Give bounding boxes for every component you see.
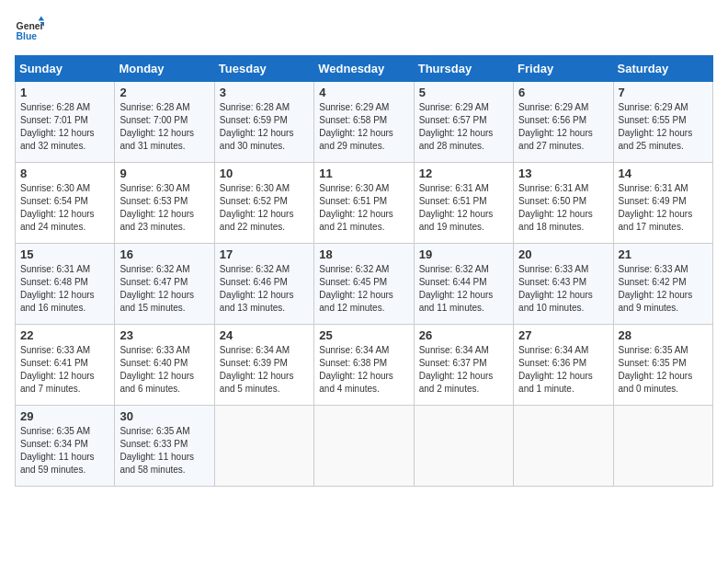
- day-number: 6: [518, 86, 608, 99]
- calendar-cell: 15Sunrise: 6:31 AM Sunset: 6:48 PM Dayli…: [16, 244, 115, 325]
- cell-info: Sunrise: 6:32 AM Sunset: 6:44 PM Dayligh…: [419, 263, 508, 315]
- calendar-cell: 20Sunrise: 6:33 AM Sunset: 6:43 PM Dayli…: [514, 244, 613, 325]
- day-number: 2: [119, 86, 209, 99]
- logo: General Blue: [15, 15, 44, 44]
- day-number: 22: [20, 328, 109, 342]
- day-number: 1: [20, 86, 109, 99]
- calendar-cell: 4Sunrise: 6:29 AM Sunset: 6:58 PM Daylig…: [314, 82, 414, 163]
- calendar-cell: 7Sunrise: 6:29 AM Sunset: 6:55 PM Daylig…: [613, 82, 712, 163]
- svg-marker-2: [39, 17, 44, 21]
- weekday-header: Sunday: [16, 56, 115, 82]
- calendar-cell: 21Sunrise: 6:33 AM Sunset: 6:42 PM Dayli…: [613, 244, 712, 325]
- cell-info: Sunrise: 6:30 AM Sunset: 6:51 PM Dayligh…: [319, 182, 408, 234]
- day-number: 20: [518, 247, 608, 261]
- cell-info: Sunrise: 6:30 AM Sunset: 6:54 PM Dayligh…: [20, 182, 109, 234]
- calendar-cell: [514, 406, 613, 487]
- day-number: 19: [419, 247, 508, 261]
- day-number: 18: [319, 247, 408, 261]
- day-number: 13: [518, 167, 608, 180]
- day-number: 17: [220, 247, 309, 261]
- day-number: 29: [20, 409, 109, 423]
- calendar-cell: 29Sunrise: 6:35 AM Sunset: 6:34 PM Dayli…: [16, 406, 115, 487]
- cell-info: Sunrise: 6:29 AM Sunset: 6:55 PM Dayligh…: [619, 101, 708, 153]
- svg-text:General: General: [17, 21, 44, 31]
- cell-info: Sunrise: 6:33 AM Sunset: 6:40 PM Dayligh…: [119, 344, 209, 396]
- cell-info: Sunrise: 6:35 AM Sunset: 6:35 PM Dayligh…: [619, 344, 708, 396]
- calendar-cell: 22Sunrise: 6:33 AM Sunset: 6:41 PM Dayli…: [16, 325, 115, 406]
- cell-info: Sunrise: 6:31 AM Sunset: 6:49 PM Dayligh…: [619, 182, 708, 234]
- calendar-cell: 6Sunrise: 6:29 AM Sunset: 6:56 PM Daylig…: [514, 82, 613, 163]
- cell-info: Sunrise: 6:31 AM Sunset: 6:51 PM Dayligh…: [419, 182, 508, 234]
- calendar-cell: 26Sunrise: 6:34 AM Sunset: 6:37 PM Dayli…: [414, 325, 513, 406]
- day-number: 30: [119, 409, 209, 423]
- weekday-header: Wednesday: [314, 56, 414, 82]
- weekday-header: Thursday: [414, 56, 513, 82]
- cell-info: Sunrise: 6:34 AM Sunset: 6:39 PM Dayligh…: [220, 344, 309, 396]
- cell-info: Sunrise: 6:33 AM Sunset: 6:43 PM Dayligh…: [518, 263, 608, 315]
- day-number: 11: [319, 167, 408, 180]
- cell-info: Sunrise: 6:32 AM Sunset: 6:45 PM Dayligh…: [319, 263, 408, 315]
- day-number: 25: [319, 328, 408, 342]
- day-number: 8: [20, 167, 109, 180]
- calendar-cell: 13Sunrise: 6:31 AM Sunset: 6:50 PM Dayli…: [514, 163, 613, 244]
- calendar-cell: 5Sunrise: 6:29 AM Sunset: 6:57 PM Daylig…: [414, 82, 513, 163]
- cell-info: Sunrise: 6:35 AM Sunset: 6:34 PM Dayligh…: [20, 425, 109, 477]
- calendar-cell: 9Sunrise: 6:30 AM Sunset: 6:53 PM Daylig…: [115, 163, 214, 244]
- calendar-cell: 2Sunrise: 6:28 AM Sunset: 7:00 PM Daylig…: [115, 82, 214, 163]
- cell-info: Sunrise: 6:34 AM Sunset: 6:38 PM Dayligh…: [319, 344, 408, 396]
- day-number: 21: [619, 247, 708, 261]
- calendar-cell: 24Sunrise: 6:34 AM Sunset: 6:39 PM Dayli…: [214, 325, 313, 406]
- day-number: 16: [119, 247, 209, 261]
- cell-info: Sunrise: 6:34 AM Sunset: 6:36 PM Dayligh…: [518, 344, 608, 396]
- cell-info: Sunrise: 6:29 AM Sunset: 6:56 PM Dayligh…: [518, 101, 608, 153]
- cell-info: Sunrise: 6:30 AM Sunset: 6:52 PM Dayligh…: [220, 182, 309, 234]
- day-number: 3: [220, 86, 309, 99]
- day-number: 5: [419, 86, 508, 99]
- calendar-cell: 17Sunrise: 6:32 AM Sunset: 6:46 PM Dayli…: [214, 244, 313, 325]
- calendar-cell: [613, 406, 712, 487]
- cell-info: Sunrise: 6:30 AM Sunset: 6:53 PM Dayligh…: [119, 182, 209, 234]
- cell-info: Sunrise: 6:31 AM Sunset: 6:50 PM Dayligh…: [518, 182, 608, 234]
- calendar-cell: 12Sunrise: 6:31 AM Sunset: 6:51 PM Dayli…: [414, 163, 513, 244]
- weekday-header: Friday: [514, 56, 613, 82]
- weekday-header: Monday: [115, 56, 214, 82]
- calendar-cell: 19Sunrise: 6:32 AM Sunset: 6:44 PM Dayli…: [414, 244, 513, 325]
- calendar-cell: 10Sunrise: 6:30 AM Sunset: 6:52 PM Dayli…: [214, 163, 313, 244]
- calendar-cell: 14Sunrise: 6:31 AM Sunset: 6:49 PM Dayli…: [613, 163, 712, 244]
- calendar-cell: 11Sunrise: 6:30 AM Sunset: 6:51 PM Dayli…: [314, 163, 414, 244]
- calendar-cell: 28Sunrise: 6:35 AM Sunset: 6:35 PM Dayli…: [613, 325, 712, 406]
- day-number: 24: [220, 328, 309, 342]
- calendar-cell: 16Sunrise: 6:32 AM Sunset: 6:47 PM Dayli…: [115, 244, 214, 325]
- cell-info: Sunrise: 6:31 AM Sunset: 6:48 PM Dayligh…: [20, 263, 109, 315]
- calendar-cell: 18Sunrise: 6:32 AM Sunset: 6:45 PM Dayli…: [314, 244, 414, 325]
- calendar-cell: [214, 406, 313, 487]
- cell-info: Sunrise: 6:32 AM Sunset: 6:46 PM Dayligh…: [220, 263, 309, 315]
- calendar-cell: 3Sunrise: 6:28 AM Sunset: 6:59 PM Daylig…: [214, 82, 313, 163]
- cell-info: Sunrise: 6:35 AM Sunset: 6:33 PM Dayligh…: [119, 425, 209, 477]
- weekday-header: Saturday: [613, 56, 712, 82]
- calendar-cell: 30Sunrise: 6:35 AM Sunset: 6:33 PM Dayli…: [115, 406, 214, 487]
- calendar-cell: [414, 406, 513, 487]
- cell-info: Sunrise: 6:34 AM Sunset: 6:37 PM Dayligh…: [419, 344, 508, 396]
- cell-info: Sunrise: 6:28 AM Sunset: 7:01 PM Dayligh…: [20, 101, 109, 153]
- day-number: 14: [619, 167, 708, 180]
- cell-info: Sunrise: 6:33 AM Sunset: 6:41 PM Dayligh…: [20, 344, 109, 396]
- calendar-cell: 8Sunrise: 6:30 AM Sunset: 6:54 PM Daylig…: [16, 163, 115, 244]
- cell-info: Sunrise: 6:28 AM Sunset: 7:00 PM Dayligh…: [119, 101, 209, 153]
- svg-text:Blue: Blue: [17, 31, 38, 41]
- calendar-cell: 25Sunrise: 6:34 AM Sunset: 6:38 PM Dayli…: [314, 325, 414, 406]
- weekday-header: Tuesday: [214, 56, 313, 82]
- cell-info: Sunrise: 6:33 AM Sunset: 6:42 PM Dayligh…: [619, 263, 708, 315]
- calendar-table: SundayMondayTuesdayWednesdayThursdayFrid…: [15, 55, 713, 487]
- day-number: 9: [119, 167, 209, 180]
- calendar-cell: [314, 406, 414, 487]
- calendar-cell: 1Sunrise: 6:28 AM Sunset: 7:01 PM Daylig…: [16, 82, 115, 163]
- day-number: 7: [619, 86, 708, 99]
- page-header: General Blue: [15, 15, 713, 44]
- day-number: 26: [419, 328, 508, 342]
- calendar-cell: 27Sunrise: 6:34 AM Sunset: 6:36 PM Dayli…: [514, 325, 613, 406]
- day-number: 23: [119, 328, 209, 342]
- day-number: 10: [220, 167, 309, 180]
- day-number: 27: [518, 328, 608, 342]
- day-number: 12: [419, 167, 508, 180]
